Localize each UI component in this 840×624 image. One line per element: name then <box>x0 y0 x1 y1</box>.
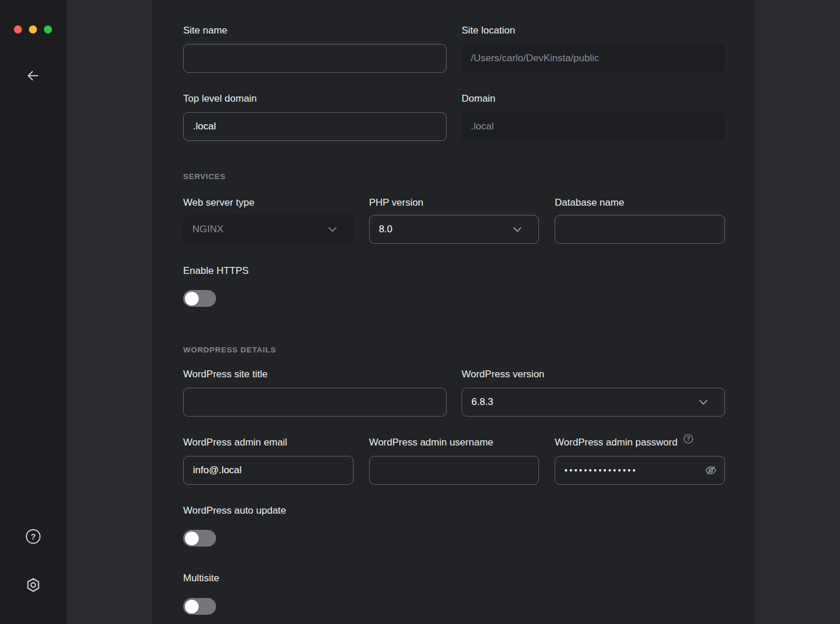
wp-site-title-group: WordPress site title <box>183 369 447 417</box>
wp-auto-update-label: WordPress auto update <box>183 505 725 516</box>
services-section-heading: SERVICES <box>183 172 725 181</box>
wp-auto-update-group: WordPress auto update <box>183 505 725 547</box>
site-name-location-row: Site name Site location <box>183 25 725 73</box>
wordpress-section-heading: WORDPRESS DETAILS <box>183 345 725 355</box>
toggle-knob <box>185 600 199 614</box>
wp-auto-update-toggle[interactable] <box>183 530 216 547</box>
question-circle-icon: ? <box>683 434 693 444</box>
tld-input[interactable] <box>183 112 447 141</box>
help-button[interactable]: ? <box>25 528 41 544</box>
domain-label: Domain <box>462 93 725 104</box>
wp-site-title-input[interactable] <box>183 388 447 417</box>
sidebar: ? <box>0 0 67 624</box>
site-location-group: Site location <box>462 25 725 73</box>
window-zoom-button[interactable] <box>44 25 52 34</box>
database-name-label: Database name <box>555 197 725 208</box>
web-server-select: NGINX <box>183 215 354 244</box>
site-name-input[interactable] <box>183 44 447 73</box>
wp-site-title-label: WordPress site title <box>183 369 447 380</box>
site-name-label: Site name <box>183 25 447 36</box>
database-name-group: Database name <box>555 197 725 244</box>
toggle-knob <box>185 292 199 306</box>
chevron-down-icon <box>328 227 344 232</box>
tld-label: Top level domain <box>183 93 447 104</box>
chevron-down-icon <box>699 400 715 405</box>
wordpress-admin-row: WordPress admin email WordPress admin us… <box>183 437 725 485</box>
eye-off-icon <box>704 464 718 477</box>
wp-version-select[interactable]: 6.8.3 <box>462 388 725 417</box>
wp-version-value: 6.8.3 <box>471 396 493 408</box>
web-server-value: NGINX <box>192 224 224 235</box>
new-site-form-panel: Site name Site location Top level domain… <box>152 0 755 624</box>
back-button[interactable] <box>25 68 41 84</box>
wp-admin-password-group: WordPress admin password ? •••••••••••••… <box>555 437 725 485</box>
site-location-input <box>462 44 725 73</box>
php-version-value: 8.0 <box>379 224 393 235</box>
question-circle-icon: ? <box>25 529 41 544</box>
php-version-label: PHP version <box>369 197 540 208</box>
domain-input <box>462 112 725 141</box>
wp-admin-email-group: WordPress admin email <box>183 437 354 485</box>
window-close-button[interactable] <box>14 25 22 34</box>
password-masked-value: ••••••••••••••• <box>564 456 637 485</box>
help-glyph: ? <box>31 532 36 541</box>
wp-admin-email-input[interactable] <box>183 456 354 485</box>
domain-row: Top level domain Domain <box>183 93 725 141</box>
wp-admin-password-label: WordPress admin password <box>555 437 677 448</box>
wp-admin-username-group: WordPress admin username <box>369 437 540 485</box>
window-minimize-button[interactable] <box>29 25 37 34</box>
tld-group: Top level domain <box>183 93 447 141</box>
domain-group: Domain <box>462 93 725 141</box>
php-version-group: PHP version 8.0 <box>369 197 540 244</box>
password-help-glyph: ? <box>686 436 690 442</box>
toggle-knob <box>185 532 199 545</box>
wp-admin-username-label: WordPress admin username <box>369 437 540 448</box>
toggle-password-visibility-button[interactable] <box>704 464 718 477</box>
wp-admin-username-input[interactable] <box>369 456 540 485</box>
site-name-group: Site name <box>183 25 447 73</box>
web-server-label: Web server type <box>183 197 354 208</box>
window-controls <box>14 25 52 34</box>
site-location-label: Site location <box>462 25 725 36</box>
wp-admin-password-input[interactable]: ••••••••••••••• <box>555 456 725 485</box>
wp-version-group: WordPress version 6.8.3 <box>462 369 725 417</box>
wp-admin-email-label: WordPress admin email <box>183 437 354 448</box>
settings-button[interactable] <box>25 577 41 593</box>
enable-https-toggle[interactable] <box>183 290 216 307</box>
gear-icon <box>25 577 41 593</box>
wordpress-title-version-row: WordPress site title WordPress version 6… <box>183 369 725 417</box>
enable-https-label: Enable HTTPS <box>183 265 725 276</box>
arrow-left-icon <box>26 69 40 83</box>
multisite-toggle[interactable] <box>183 598 216 615</box>
chevron-down-icon <box>513 227 529 232</box>
multisite-group: Multisite <box>183 573 725 615</box>
password-help-button[interactable]: ? <box>683 434 693 444</box>
enable-https-group: Enable HTTPS <box>183 265 725 307</box>
web-server-group: Web server type NGINX <box>183 197 354 244</box>
services-row: Web server type NGINX PHP version 8.0 Da… <box>183 197 725 244</box>
database-name-input[interactable] <box>555 215 725 244</box>
multisite-label: Multisite <box>183 573 725 584</box>
php-version-select[interactable]: 8.0 <box>369 215 540 244</box>
wp-version-label: WordPress version <box>462 369 725 380</box>
